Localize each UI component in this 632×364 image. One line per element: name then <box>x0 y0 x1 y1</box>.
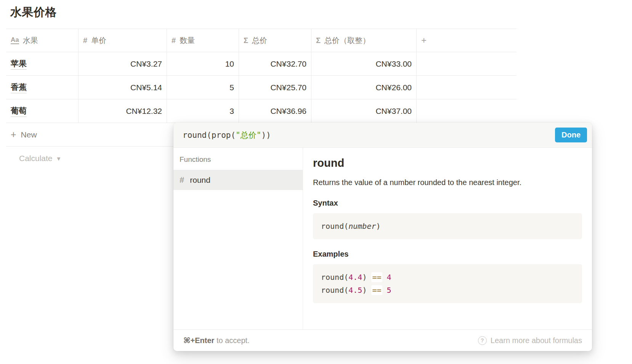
learn-more-link[interactable]: ? Learn more about formulas <box>478 336 582 345</box>
done-button[interactable]: Done <box>555 128 587 142</box>
code-token-plain: ) <box>376 222 381 231</box>
functions-heading: Functions <box>173 153 303 170</box>
code-token-operator: == <box>371 285 382 295</box>
code-token-plain: ) <box>362 273 371 282</box>
example-line: round(4.4) == 4 <box>321 271 574 284</box>
total-rounded-cell[interactable]: CN¥37.00 <box>311 99 416 123</box>
code-token-plain: round( <box>321 222 348 231</box>
code-token-plain <box>382 286 387 295</box>
total-cell[interactable]: CN¥25.70 <box>239 76 311 99</box>
code-token-operator: == <box>371 272 382 282</box>
column-header-label: 总价（取整） <box>324 35 370 46</box>
unit-price-cell[interactable]: CN¥12.32 <box>78 99 167 123</box>
code-token-number: 4.4 <box>348 273 362 282</box>
table-row: 葡萄CN¥12.323CN¥36.96CN¥37.00 <box>6 99 517 123</box>
column-header-add[interactable]: + <box>416 29 517 52</box>
syntax-code-block: round(number) <box>313 213 582 239</box>
code-token-plain: round( <box>321 286 348 295</box>
column-header-总价（取整）[interactable]: Σ总价（取整） <box>311 29 416 52</box>
examples-heading: Examples <box>313 250 582 259</box>
column-header-label: 数量 <box>180 35 195 46</box>
formula-bar: round(prop("总价")) Done <box>173 123 592 148</box>
column-header-label: 单价 <box>91 35 106 46</box>
column-header-单价[interactable]: #单价 <box>78 29 167 52</box>
page-link[interactable]: 苹果 <box>11 58 27 70</box>
fruit-cell[interactable]: 苹果 <box>6 52 78 75</box>
functions-sidebar: Functions #round <box>173 148 303 329</box>
examples-code-block: round(4.4) == 4round(4.5) == 5 <box>313 264 582 303</box>
keyboard-shortcut: ⌘+Enter <box>183 336 214 345</box>
function-description: Returns the value of a number rounded to… <box>313 177 582 188</box>
page-link[interactable]: 香蕉 <box>11 82 27 93</box>
code-token-plain: )) <box>261 131 271 140</box>
code-token-string: "总价" <box>236 131 261 140</box>
new-row-label: New <box>21 130 37 139</box>
add-column-icon: + <box>421 35 427 46</box>
total-cell[interactable]: CN¥32.70 <box>239 52 311 75</box>
chevron-down-icon: ▼ <box>56 155 62 162</box>
quantity-cell[interactable]: 3 <box>167 99 239 123</box>
formula-property-icon: Σ <box>316 36 321 45</box>
code-token-plain: round( <box>321 273 348 282</box>
total-cell[interactable]: CN¥36.96 <box>239 99 311 123</box>
column-header-数量[interactable]: #数量 <box>167 29 239 52</box>
code-token-number: 4.5 <box>348 286 362 295</box>
syntax-heading: Syntax <box>313 199 582 208</box>
quantity-cell[interactable]: 5 <box>167 76 239 99</box>
total-rounded-cell[interactable]: CN¥26.00 <box>311 76 416 99</box>
plus-icon: + <box>11 129 16 140</box>
number-property-icon: # <box>83 36 87 45</box>
code-token-number: 5 <box>387 286 391 295</box>
number-property-icon: # <box>172 36 176 45</box>
table-row: 苹果CN¥3.2710CN¥32.70CN¥33.00 <box>6 52 517 76</box>
fruit-cell[interactable]: 葡萄 <box>6 99 78 123</box>
table-header-row: Aa水果#单价#数量Σ总价Σ总价（取整）+ <box>6 29 517 52</box>
empty-cell[interactable] <box>416 76 517 99</box>
accept-hint: ⌘+Enter to accept. <box>183 336 250 345</box>
learn-more-label: Learn more about formulas <box>491 336 582 345</box>
empty-cell[interactable] <box>416 52 517 75</box>
quantity-cell[interactable]: 10 <box>167 52 239 75</box>
column-header-水果[interactable]: Aa水果 <box>6 29 78 52</box>
code-token-number: 4 <box>387 273 391 282</box>
code-token-plain: ) <box>362 286 371 295</box>
help-icon: ? <box>478 336 487 345</box>
example-line: round(4.5) == 5 <box>321 284 574 297</box>
formula-input[interactable]: round(prop("总价")) <box>183 130 271 140</box>
formula-editor-popup: round(prop("总价")) Done Functions #round … <box>173 123 592 351</box>
code-token-plain: round(prop( <box>183 131 236 140</box>
fruit-cell[interactable]: 香蕉 <box>6 76 78 99</box>
column-header-总价[interactable]: Σ总价 <box>239 29 311 52</box>
unit-price-cell[interactable]: CN¥3.27 <box>78 52 167 75</box>
function-docs-panel: round Returns the value of a number roun… <box>303 148 592 329</box>
code-token-plain <box>382 273 387 282</box>
empty-cell[interactable] <box>416 99 517 123</box>
page-title: 水果价格 <box>10 5 57 20</box>
function-item-label: round <box>190 176 210 185</box>
table-row: 香蕉CN¥5.145CN¥25.70CN¥26.00 <box>6 76 517 99</box>
number-property-icon: # <box>180 175 184 185</box>
code-token-arg: number <box>348 222 376 231</box>
function-name-title: round <box>313 157 582 169</box>
column-header-label: 总价 <box>252 35 267 46</box>
popup-footer: ⌘+Enter to accept. ? Learn more about fo… <box>173 329 592 351</box>
formula-property-icon: Σ <box>244 36 248 45</box>
column-header-label: 水果 <box>23 35 38 46</box>
function-list-item-round[interactable]: #round <box>173 170 303 190</box>
page-link[interactable]: 葡萄 <box>11 105 27 117</box>
total-rounded-cell[interactable]: CN¥33.00 <box>311 52 416 75</box>
calculate-label: Calculate <box>19 154 53 163</box>
unit-price-cell[interactable]: CN¥5.14 <box>78 76 167 99</box>
text-property-icon: Aa <box>11 37 19 44</box>
